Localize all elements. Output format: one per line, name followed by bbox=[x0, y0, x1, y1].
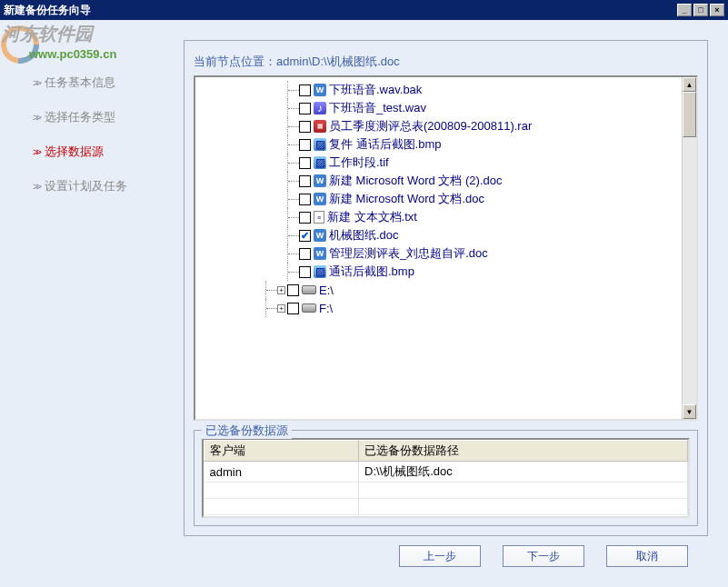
chevron-icon: >> bbox=[33, 112, 39, 123]
step-schedule[interactable]: >> 设置计划及任务 bbox=[33, 169, 165, 204]
tree-item-label: 通话后截图.bmp bbox=[329, 264, 414, 280]
drive-icon bbox=[302, 301, 316, 315]
checkbox[interactable] bbox=[299, 212, 311, 224]
drive-icon bbox=[302, 283, 316, 297]
cell-client: admin bbox=[204, 462, 359, 483]
tree-item-label: 新建 Microsoft Word 文档.doc bbox=[329, 191, 484, 207]
step-basic-info[interactable]: >> 任务基本信息 bbox=[33, 65, 165, 100]
tree-item[interactable]: ✔W机械图纸.doc bbox=[197, 226, 680, 244]
word-icon: W bbox=[314, 174, 326, 187]
checkbox[interactable] bbox=[299, 85, 311, 96]
checkbox[interactable] bbox=[299, 175, 311, 187]
current-location: 当前节点位置：admin\D:\\机械图纸.doc bbox=[194, 54, 698, 70]
scrollbar[interactable]: ▲ ▼ bbox=[682, 77, 696, 419]
checkbox[interactable] bbox=[299, 103, 311, 114]
tree-item[interactable]: W新建 Microsoft Word 文档.doc bbox=[197, 190, 680, 208]
cancel-button[interactable]: 取消 bbox=[606, 545, 688, 567]
tree-item-label: 下班语音.wav.bak bbox=[329, 82, 422, 98]
step-label: 设置计划及任务 bbox=[45, 178, 127, 194]
step-label: 任务基本信息 bbox=[45, 75, 115, 91]
scroll-thumb[interactable] bbox=[683, 92, 696, 137]
tree-item-label: 下班语音_test.wav bbox=[329, 100, 426, 116]
table-row bbox=[204, 483, 688, 499]
checkbox[interactable] bbox=[287, 284, 299, 296]
archive-icon: ▦ bbox=[314, 120, 326, 133]
titlebar: 新建备份任务向导 _ □ × bbox=[0, 0, 728, 20]
image-icon: ▨ bbox=[314, 156, 326, 169]
checkbox[interactable]: ✔ bbox=[299, 230, 311, 242]
col-client-header[interactable]: 客户端 bbox=[204, 441, 359, 462]
scroll-down-icon[interactable]: ▼ bbox=[683, 404, 696, 419]
image-icon: ▨ bbox=[314, 138, 326, 151]
tree-item[interactable]: W管理层测评表_刘忠超自评.doc bbox=[197, 244, 680, 263]
selected-sources-panel: 已选备份数据源 客户端 已选备份数据路径 admin D:\\机 bbox=[194, 430, 698, 526]
minimize-button[interactable]: _ bbox=[677, 4, 692, 16]
wizard-steps: >> 任务基本信息 >> 选择任务类型 >> 选择数据源 >> 设置计划及任务 bbox=[0, 20, 182, 587]
selected-legend: 已选备份数据源 bbox=[202, 423, 292, 439]
location-path: admin\D:\\机械图纸.doc bbox=[276, 55, 400, 68]
tree-item[interactable]: W新建 Microsoft Word 文档 (2).doc bbox=[197, 172, 680, 190]
content-panel: 当前节点位置：admin\D:\\机械图纸.doc W下班语音.wav.bak♪… bbox=[184, 40, 708, 536]
checkbox[interactable] bbox=[299, 157, 311, 169]
word-icon: W bbox=[314, 193, 326, 205]
step-label: 选择数据源 bbox=[45, 144, 104, 160]
step-data-source[interactable]: >> 选择数据源 bbox=[33, 134, 165, 169]
tree-item[interactable]: ≡新建 文本文档.txt bbox=[197, 208, 680, 226]
prev-button[interactable]: 上一步 bbox=[399, 545, 481, 567]
checkbox[interactable] bbox=[299, 266, 311, 278]
word-icon: W bbox=[314, 84, 326, 96]
step-task-type[interactable]: >> 选择任务类型 bbox=[33, 100, 165, 134]
tree-item-label: 复件 通话后截图.bmp bbox=[329, 136, 442, 153]
close-button[interactable]: × bbox=[710, 4, 724, 16]
maximize-button[interactable]: □ bbox=[693, 4, 708, 16]
chevron-icon: >> bbox=[33, 77, 39, 88]
chevron-icon: >> bbox=[33, 146, 39, 157]
tree-item[interactable]: +E:\ bbox=[197, 281, 680, 299]
word-icon: W bbox=[314, 229, 326, 242]
tree-item-label: 工作时段.tif bbox=[329, 154, 389, 171]
expand-icon[interactable]: + bbox=[277, 304, 285, 313]
location-label: 当前节点位置： bbox=[194, 55, 276, 68]
tree-item[interactable]: W下班语音.wav.bak bbox=[197, 81, 680, 99]
tree-item-label: 管理层测评表_刘忠超自评.doc bbox=[329, 245, 488, 262]
tree-item[interactable]: ▨工作时段.tif bbox=[197, 154, 680, 172]
footer-buttons: 上一步 下一步 取消 bbox=[184, 536, 708, 580]
checkbox[interactable] bbox=[299, 248, 311, 260]
chevron-icon: >> bbox=[33, 181, 39, 192]
word-icon: W bbox=[314, 247, 326, 260]
checkbox[interactable] bbox=[287, 303, 299, 314]
tree-item[interactable]: +F:\ bbox=[197, 299, 680, 317]
checkbox[interactable] bbox=[299, 194, 311, 205]
tree-item-label: E:\ bbox=[319, 284, 334, 297]
checkbox[interactable] bbox=[299, 121, 311, 133]
image-icon: ▨ bbox=[314, 265, 326, 278]
expand-icon[interactable]: + bbox=[277, 286, 285, 294]
tree-item-label: 新建 Microsoft Word 文档 (2).doc bbox=[329, 173, 502, 189]
tree-item-label: F:\ bbox=[319, 302, 333, 315]
checkbox[interactable] bbox=[299, 139, 311, 151]
scroll-up-icon[interactable]: ▲ bbox=[683, 77, 696, 92]
window-controls: _ □ × bbox=[677, 4, 724, 16]
tree-item[interactable]: ▨复件 通话后截图.bmp bbox=[197, 135, 680, 154]
selected-table: 客户端 已选备份数据路径 admin D:\\机械图纸.doc bbox=[204, 440, 688, 515]
tree-item[interactable]: ♪下班语音_test.wav bbox=[197, 99, 680, 117]
next-button[interactable]: 下一步 bbox=[503, 545, 584, 567]
col-path-header[interactable]: 已选备份数据路径 bbox=[359, 441, 688, 462]
tree-item[interactable]: ▨通话后截图.bmp bbox=[197, 263, 680, 281]
step-label: 选择任务类型 bbox=[45, 109, 115, 125]
tree-item-label: 员工季度测评总表(200809-200811).rar bbox=[329, 118, 532, 134]
file-tree: W下班语音.wav.bak♪下班语音_test.wav▦员工季度测评总表(200… bbox=[194, 75, 698, 421]
tree-item[interactable]: ▦员工季度测评总表(200809-200811).rar bbox=[197, 117, 680, 135]
table-row[interactable]: admin D:\\机械图纸.doc bbox=[204, 462, 688, 483]
table-row bbox=[204, 499, 688, 515]
audio-icon: ♪ bbox=[314, 102, 326, 114]
cell-path: D:\\机械图纸.doc bbox=[359, 462, 688, 483]
tree-item-label: 新建 文本文档.txt bbox=[327, 209, 417, 225]
window-title: 新建备份任务向导 bbox=[4, 3, 91, 18]
text-icon: ≡ bbox=[314, 211, 324, 224]
tree-item-label: 机械图纸.doc bbox=[329, 227, 399, 244]
